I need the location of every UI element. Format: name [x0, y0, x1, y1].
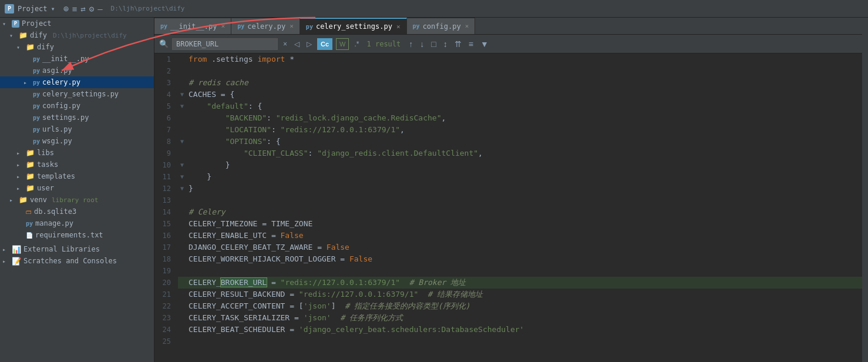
tab-init[interactable]: py __init__.py ×	[154, 18, 231, 34]
regex-button[interactable]: .*	[352, 39, 361, 49]
code-line: 22 CELERY_ACCEPT_CONTENT = ['json'] # 指定…	[154, 300, 862, 312]
sidebar-item-label: libs	[37, 149, 54, 157]
sidebar-item-dify-outer[interactable]: ▾ 📁 dify D:\ljh\project\dify	[0, 29, 154, 41]
code-content	[186, 65, 193, 77]
replace-button[interactable]: ↕	[441, 39, 450, 49]
code-line: 21 CELERY_RESULT_BACKEND = "redis://127.…	[154, 289, 862, 300]
clear-search-button[interactable]: ×	[281, 39, 289, 49]
sidebar-item-celery-py[interactable]: ▸ py celery.py	[0, 76, 154, 88]
tab-celery[interactable]: py celery.py ×	[231, 18, 300, 34]
sidebar-item-tasks[interactable]: ▸ 📁 tasks	[0, 159, 154, 170]
code-content: from .settings import *	[186, 53, 294, 65]
search-next-button[interactable]: ▷	[305, 39, 314, 49]
sidebar-item-templates[interactable]: ▸ 📁 templates	[0, 170, 154, 182]
fold-gutter[interactable]: ▼	[178, 89, 186, 100]
next-result-button[interactable]: ↓	[418, 39, 426, 49]
py-tab-icon: py	[160, 23, 167, 29]
sidebar-item-init-py[interactable]: ▸ py __init__.py	[0, 53, 154, 65]
py-file-icon: py	[33, 126, 40, 133]
sidebar-item-label: config.py	[42, 102, 80, 110]
code-content	[186, 336, 193, 347]
sidebar-item-db-sqlite[interactable]: ▸ 🗃 db.sqlite3	[0, 206, 154, 217]
folder-icon: 📁	[26, 160, 35, 169]
libs-icon: 📊	[12, 245, 21, 254]
tab-label: __init__.py	[170, 22, 217, 31]
sidebar-item-dify-inner[interactable]: ▾ 📁 dify	[0, 41, 154, 53]
expand-button[interactable]: □	[429, 39, 438, 49]
code-line: 17 DJANGO_CELERY_BEAT_TZ_AWARE = False	[154, 242, 862, 253]
line-number: 19	[154, 265, 178, 277]
code-line: 19	[154, 265, 862, 277]
line-number: 8	[154, 136, 178, 148]
db-file-icon: 🗃	[26, 209, 32, 215]
tab-label: config.py	[423, 22, 461, 31]
sidebar-item-asgi-py[interactable]: ▸ py asgi.py	[0, 65, 154, 76]
sidebar-item-venv[interactable]: ▸ 📁 venv library root	[0, 194, 154, 206]
match-case-toggle[interactable]: ≡	[466, 39, 476, 49]
prev-result-button[interactable]: ↑	[406, 39, 415, 49]
py-tab-icon: py	[237, 23, 244, 29]
fold-gutter[interactable]: ▼	[178, 159, 186, 171]
sidebar-item-scratches[interactable]: ▸ 📝 Scratches and Consoles	[0, 255, 154, 267]
fold-gutter[interactable]: ▼	[178, 136, 186, 148]
project-icon: P	[5, 4, 14, 14]
minimize-icon[interactable]: —	[97, 4, 102, 14]
code-line: 18 CELERY_WORKER_HIJACK_ROOT_LOGGER = Fa…	[154, 253, 862, 265]
chevron-right-icon: ▸	[16, 185, 23, 192]
tab-celery-settings[interactable]: py celery_settings.py ×	[300, 18, 407, 34]
tab-config[interactable]: py config.py ×	[407, 18, 476, 34]
sidebar-item-label: celery.py	[42, 78, 80, 86]
code-container[interactable]: 1 from .settings import * 2 3 # redis ca…	[154, 53, 862, 362]
whole-word-button[interactable]: W	[336, 38, 349, 50]
folder-icon: 📁	[26, 184, 35, 192]
sidebar-item-settings-py[interactable]: ▸ py settings.py	[0, 112, 154, 123]
line-number: 17	[154, 242, 178, 253]
gear-icon[interactable]: ⚙	[89, 4, 94, 14]
scratches-icon: 📝	[12, 257, 21, 266]
tab-close-button[interactable]: ×	[221, 22, 226, 30]
tab-close-button[interactable]: ×	[465, 22, 469, 30]
collapse-icon[interactable]: ⇄	[80, 4, 85, 14]
tab-label: celery_settings.py	[316, 22, 392, 31]
fold-gutter[interactable]: ▼	[178, 171, 186, 183]
chevron-right-icon: ▸	[16, 173, 23, 180]
code-content: CELERY_BROKER_URL = "redis://127.0.0.1:6…	[186, 277, 466, 289]
chevron-right-icon: ▸	[9, 197, 16, 203]
fold-gutter[interactable]: ▼	[178, 100, 186, 112]
py-tab-icon: py	[413, 23, 420, 29]
sidebar-item-requirements-txt[interactable]: ▸ 📄 requirements.txt	[0, 229, 154, 241]
search-match: BROKER_URL	[221, 278, 267, 287]
sidebar-item-label: dify	[30, 31, 47, 39]
sidebar-item-project[interactable]: ▾ P Project	[0, 18, 154, 29]
sidebar-item-urls-py[interactable]: ▸ py urls.py	[0, 123, 154, 135]
search-controls: ↑ ↓ □ ↕ ⇈ ≡ ▼	[406, 39, 491, 49]
search-input[interactable]	[172, 38, 278, 50]
tab-close-button[interactable]: ×	[396, 23, 401, 31]
sidebar-item-celery-settings-py[interactable]: ▸ py celery_settings.py	[0, 88, 154, 100]
code-content: CELERY_WORKER_HIJACK_ROOT_LOGGER = False	[186, 253, 372, 265]
sidebar-item-wsgi-py[interactable]: ▸ py wsgi.py	[0, 135, 154, 147]
folder-icon: 📁	[26, 43, 35, 51]
tab-close-button[interactable]: ×	[290, 22, 294, 30]
list-icon[interactable]: ≡	[72, 4, 77, 14]
case-sensitive-button[interactable]: Cc	[317, 38, 332, 50]
line-number: 3	[154, 77, 178, 89]
scrollbar[interactable]	[862, 18, 868, 362]
line-number: 7	[154, 124, 178, 136]
sidebar-item-manage-py[interactable]: ▸ py manage.py	[0, 217, 154, 229]
fold-gutter[interactable]: ▼	[178, 183, 186, 195]
filter-button[interactable]: ▼	[478, 39, 491, 49]
replace-all-button[interactable]: ⇈	[452, 39, 464, 49]
code-line-highlighted: 20 CELERY_BROKER_URL = "redis://127.0.0.…	[154, 277, 862, 289]
sidebar-item-config-py[interactable]: ▸ py config.py	[0, 100, 154, 112]
sidebar-item-user[interactable]: ▸ 📁 user	[0, 182, 154, 194]
code-content: CELERY_RESULT_BACKEND = "redis://127.0.0…	[186, 289, 483, 300]
target-icon[interactable]: ⊕	[63, 4, 69, 14]
sidebar-item-libs[interactable]: ▸ 📁 libs	[0, 147, 154, 159]
code-line: 23 CELERY_TASK_SERIALIZER = 'json' # 任务序…	[154, 312, 862, 324]
dropdown-icon[interactable]: ▾	[51, 5, 55, 13]
line-number: 9	[154, 148, 178, 159]
search-prev-button[interactable]: ◁	[292, 39, 301, 49]
sidebar-item-ext-libs[interactable]: ▸ 📊 External Libraries	[0, 243, 154, 255]
code-line: 2	[154, 65, 862, 77]
